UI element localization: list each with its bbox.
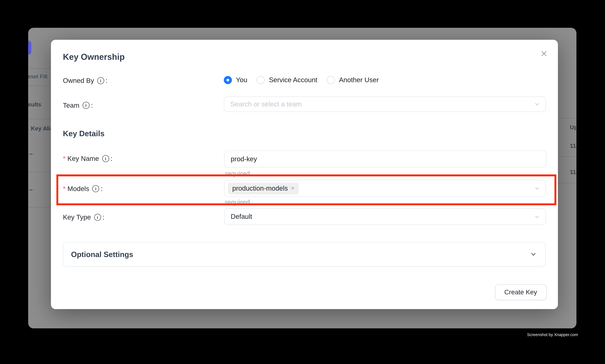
key-name-value: prod-key — [231, 155, 257, 163]
table-cell-dash: – — [29, 151, 33, 157]
models-select[interactable]: production-models × — [224, 180, 546, 197]
chevron-down-icon — [530, 251, 537, 258]
key-name-label: * Key Name i : — [63, 154, 112, 163]
owned-by-radio-group: You Service Account Another User — [224, 74, 379, 85]
table-divider — [558, 118, 576, 118]
radio-circle-checked — [224, 76, 232, 84]
reset-filters-fragment: eset Filt — [28, 73, 47, 79]
key-alias-column-fragment: Key Alia — [31, 125, 53, 132]
key-type-label: Key Type i : — [63, 213, 104, 221]
team-placeholder: Search or select a team — [230, 100, 302, 108]
radio-label: Another User — [339, 76, 379, 84]
model-tag-label: production-models — [232, 184, 288, 192]
team-label-text: Team — [63, 101, 79, 109]
key-type-select[interactable]: Default — [224, 208, 546, 225]
owned-by-label: Owned By i : — [63, 77, 107, 85]
key-type-value: Default — [231, 213, 252, 221]
key-name-label-text: Key Name — [67, 155, 99, 163]
results-count-fragment: sults — [28, 101, 41, 108]
table-cell-dash: – — [29, 186, 33, 193]
table-divider — [28, 207, 51, 208]
chevron-down-icon — [534, 102, 540, 107]
table-divider — [558, 183, 576, 183]
create-key-button[interactable]: Create Key — [495, 284, 546, 300]
info-icon: i — [92, 185, 99, 192]
screenshot-canvas: eset Filt sults Key Alia – – Up 11/ 11/ … — [0, 0, 605, 364]
owned-by-label-text: Owned By — [63, 77, 94, 85]
key-name-validation-message: required — [225, 170, 250, 178]
table-divider — [28, 172, 51, 172]
required-asterisk: * — [63, 155, 65, 163]
team-select[interactable]: Search or select a team — [224, 96, 546, 112]
info-icon: i — [94, 214, 101, 221]
label-colon: : — [101, 185, 103, 193]
label-colon: : — [103, 213, 104, 221]
close-button[interactable] — [539, 49, 549, 58]
radio-owned-by-service-account[interactable]: Service Account — [257, 76, 317, 84]
updated-column-fragment: Up — [570, 124, 577, 130]
key-name-input[interactable]: prod-key — [224, 151, 546, 168]
create-key-button-fragment — [28, 40, 31, 55]
key-details-heading: Key Details — [63, 129, 104, 138]
models-label: * Models i : — [63, 184, 103, 193]
optional-settings-toggle[interactable]: Optional Settings — [63, 242, 545, 267]
team-label: Team i : — [63, 101, 93, 110]
required-asterisk: * — [63, 185, 65, 193]
label-colon: : — [111, 155, 112, 163]
table-divider — [28, 119, 51, 119]
xnapper-watermark: Screenshot by Xnapper.com — [527, 332, 578, 337]
info-icon: i — [82, 102, 89, 109]
key-type-label-text: Key Type — [63, 213, 91, 221]
radio-owned-by-another-user[interactable]: Another User — [327, 76, 379, 84]
label-colon: : — [91, 101, 93, 109]
tag-remove-icon[interactable]: × — [291, 185, 295, 192]
radio-owned-by-you[interactable]: You — [224, 76, 247, 84]
modal-title: Key Ownership — [63, 52, 125, 62]
radio-label: Service Account — [269, 76, 317, 84]
radio-circle-unchecked — [257, 76, 265, 84]
optional-settings-title: Optional Settings — [71, 250, 133, 259]
models-validation-message: required — [225, 198, 250, 206]
radio-circle-unchecked — [327, 76, 335, 84]
create-key-modal: Key Ownership Owned By i : You Service A… — [51, 40, 558, 309]
chevron-down-icon — [534, 214, 540, 219]
date-cell-fragment: 11/ — [570, 142, 577, 149]
models-label-text: Models — [67, 185, 89, 193]
model-tag: production-models × — [228, 182, 299, 194]
table-divider — [28, 86, 51, 86]
date-cell-fragment: 11/ — [570, 169, 577, 175]
stage: eset Filt sults Key Alia – – Up 11/ 11/ … — [0, 0, 605, 364]
label-colon: : — [106, 77, 107, 85]
chevron-down-icon — [534, 186, 540, 191]
table-divider — [28, 68, 51, 69]
info-icon: i — [97, 77, 104, 84]
radio-label: You — [236, 76, 247, 84]
info-icon: i — [102, 155, 109, 162]
table-divider — [558, 156, 576, 157]
close-icon — [540, 50, 548, 57]
